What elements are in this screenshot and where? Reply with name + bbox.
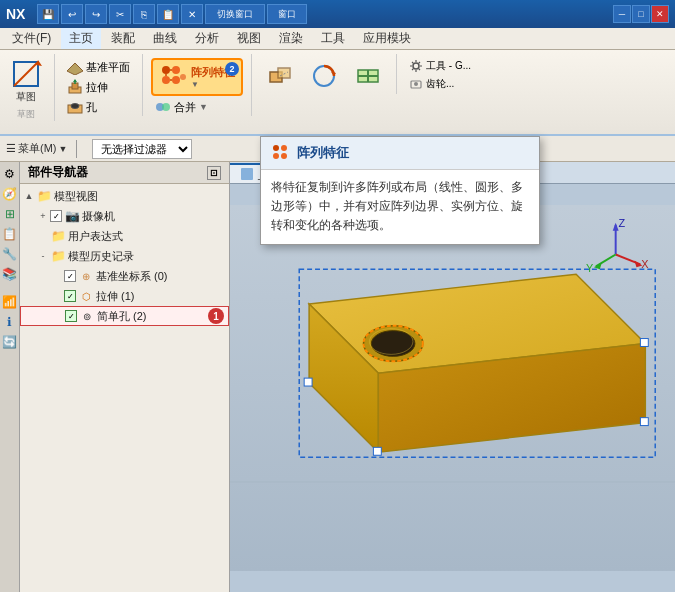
btn-hole[interactable]: 孔 bbox=[63, 98, 134, 116]
tooltip-title: 阵列特征 bbox=[297, 144, 349, 162]
btn-merge[interactable]: 合并 ▼ bbox=[151, 98, 243, 116]
minimize-button[interactable]: ─ bbox=[613, 5, 631, 23]
redo-button[interactable]: ↪ bbox=[85, 4, 107, 24]
btn-trim[interactable] bbox=[348, 58, 388, 94]
paste-button[interactable]: 📋 bbox=[157, 4, 179, 24]
svg-point-13 bbox=[172, 76, 180, 84]
left-icon-wifi[interactable]: 📶 bbox=[2, 294, 18, 310]
tree-item-camera[interactable]: + ✓ 📷 摄像机 bbox=[20, 206, 229, 226]
close-button[interactable]: ✕ bbox=[651, 5, 669, 23]
copy-button[interactable]: ⎘ bbox=[133, 4, 155, 24]
badge-2: 2 bbox=[225, 62, 239, 76]
svg-point-11 bbox=[172, 66, 180, 74]
settings-icon bbox=[409, 59, 423, 73]
svg-point-33 bbox=[273, 153, 279, 159]
btn-array-feature[interactable]: 阵列特征 ▼ 2 bbox=[151, 58, 243, 96]
ribbon-group-settings: 工具 - G... 齿轮... bbox=[405, 54, 475, 92]
left-icon-history[interactable]: 📋 bbox=[2, 226, 18, 242]
svg-text:Y: Y bbox=[586, 262, 593, 274]
btn-transform2[interactable] bbox=[304, 58, 344, 94]
nav-pin-button[interactable]: ⊡ bbox=[207, 166, 221, 180]
left-icon-parts[interactable]: ⊞ bbox=[2, 206, 18, 222]
menu-bar: 文件(F) 主页 装配 曲线 分析 视图 渲染 工具 应用模块 bbox=[0, 28, 675, 50]
left-icon-settings[interactable]: ⚙ bbox=[2, 166, 18, 182]
datum-checkbox[interactable]: ✓ bbox=[64, 270, 76, 282]
menu-file[interactable]: 文件(F) bbox=[4, 28, 59, 49]
svg-text:Z: Z bbox=[619, 217, 626, 229]
tree-item-hole[interactable]: ✓ ⊚ 简单孔 (2) 1 bbox=[20, 306, 229, 326]
ribbon-group-transform bbox=[260, 54, 397, 94]
svg-point-19 bbox=[162, 103, 170, 111]
datum-label: 基准坐标系 (0) bbox=[96, 269, 168, 284]
undo-button[interactable]: ↩ bbox=[61, 4, 83, 24]
menu-apps[interactable]: 应用模块 bbox=[355, 28, 419, 49]
left-icon-info[interactable]: 🔧 bbox=[2, 246, 18, 262]
btn-sketch[interactable]: 草图 bbox=[6, 56, 46, 106]
switch-window-button[interactable]: 切换窗口 bbox=[205, 4, 265, 24]
left-icon-book[interactable]: 📚 bbox=[2, 266, 18, 282]
history-icon: 📁 bbox=[50, 248, 66, 264]
sketch-group-label: 草图 bbox=[17, 108, 35, 121]
menu-curve[interactable]: 曲线 bbox=[145, 28, 185, 49]
extrude-checkbox[interactable]: ✓ bbox=[64, 290, 76, 302]
cut-button[interactable]: ✂ bbox=[109, 4, 131, 24]
tree-item-extrude[interactable]: ✓ ⬡ 拉伸 (1) bbox=[20, 286, 229, 306]
restore-button[interactable]: □ bbox=[632, 5, 650, 23]
tooltip-icon bbox=[271, 143, 291, 163]
window-menu-button[interactable]: 窗口 bbox=[267, 4, 307, 24]
transform1-icon bbox=[264, 60, 296, 92]
menu-dropdown-button[interactable]: ☰ 菜单(M) ▼ bbox=[6, 141, 67, 156]
trim-icon bbox=[352, 60, 384, 92]
ribbon-group-array: 阵列特征 ▼ 2 合并 ▼ bbox=[151, 54, 252, 116]
selection-filter-dropdown[interactable]: 无选择过滤器 bbox=[92, 139, 192, 159]
quick-access-toolbar: 💾 ↩ ↪ ✂ ⎘ 📋 ✕ 切换窗口 窗口 bbox=[37, 4, 307, 24]
svg-rect-56 bbox=[640, 418, 648, 426]
menu-tools[interactable]: 工具 bbox=[313, 28, 353, 49]
menu-analysis[interactable]: 分析 bbox=[187, 28, 227, 49]
btn-datum-plane[interactable]: 基准平面 bbox=[63, 58, 134, 76]
delete-button[interactable]: ✕ bbox=[181, 4, 203, 24]
btn-extrude[interactable]: 拉伸 bbox=[63, 78, 134, 96]
tree-item-model-views[interactable]: ▲ 📁 模型视图 bbox=[20, 186, 229, 206]
svg-point-9 bbox=[71, 104, 79, 109]
viewport-canvas[interactable]: Z X Y bbox=[230, 184, 675, 592]
save-button[interactable]: 💾 bbox=[37, 4, 59, 24]
svg-point-32 bbox=[281, 145, 287, 151]
merge-icon bbox=[155, 99, 171, 115]
left-icon-info2[interactable]: ℹ bbox=[2, 314, 18, 330]
tree-item-user-expr[interactable]: 📁 用户表达式 bbox=[20, 226, 229, 246]
svg-point-14 bbox=[180, 74, 186, 80]
toolbar-separator bbox=[76, 140, 77, 158]
menu-dropdown-arrow: ▼ bbox=[59, 144, 68, 154]
left-icon-refresh[interactable]: 🔄 bbox=[2, 334, 18, 350]
tool-settings-label: 工具 - G... bbox=[426, 59, 471, 73]
datum-expand bbox=[52, 271, 62, 281]
svg-line-1 bbox=[14, 62, 38, 86]
menu-render[interactable]: 渲染 bbox=[271, 28, 311, 49]
datum-icon: ⊕ bbox=[78, 268, 94, 284]
menu-home[interactable]: 主页 bbox=[61, 28, 101, 49]
left-icon-nav[interactable]: 🧭 bbox=[2, 186, 18, 202]
ribbon-group-direct: 基准平面 拉伸 孔 bbox=[63, 54, 143, 116]
model-views-label: 模型视图 bbox=[54, 189, 98, 204]
transform2-icon bbox=[308, 60, 340, 92]
camera-checkbox[interactable]: ✓ bbox=[50, 210, 62, 222]
tree-item-history[interactable]: - 📁 模型历史记录 bbox=[20, 246, 229, 266]
3d-scene: Z X Y bbox=[230, 184, 675, 592]
tree-item-datum[interactable]: ✓ ⊕ 基准坐标系 (0) bbox=[20, 266, 229, 286]
menu-dropdown-label: ☰ bbox=[6, 142, 16, 155]
hole-checkbox[interactable]: ✓ bbox=[65, 310, 77, 322]
btn-transform1[interactable] bbox=[260, 58, 300, 94]
array-feature-tooltip: 阵列特征 将特征复制到许多阵列或布局（线性、圆形、多边形等）中，并有对应阵列边界… bbox=[260, 136, 540, 245]
btn-tool-settings[interactable]: 工具 - G... bbox=[405, 58, 475, 74]
model-views-expand: ▲ bbox=[24, 191, 34, 201]
tooltip-body: 将特征复制到许多阵列或布局（线性、圆形、多边形等）中，并有对应阵列边界、实例方位… bbox=[261, 170, 539, 244]
nav-header: 部件导航器 ⊡ bbox=[20, 162, 229, 184]
menu-view[interactable]: 视图 bbox=[229, 28, 269, 49]
svg-rect-55 bbox=[640, 339, 648, 347]
btn-gear2[interactable]: 齿轮... bbox=[405, 76, 475, 92]
tooltip-header: 阵列特征 bbox=[261, 137, 539, 170]
nx-logo: NX bbox=[6, 6, 25, 22]
menu-assembly[interactable]: 装配 bbox=[103, 28, 143, 49]
array-feature-sublabel: ▼ bbox=[191, 80, 235, 89]
